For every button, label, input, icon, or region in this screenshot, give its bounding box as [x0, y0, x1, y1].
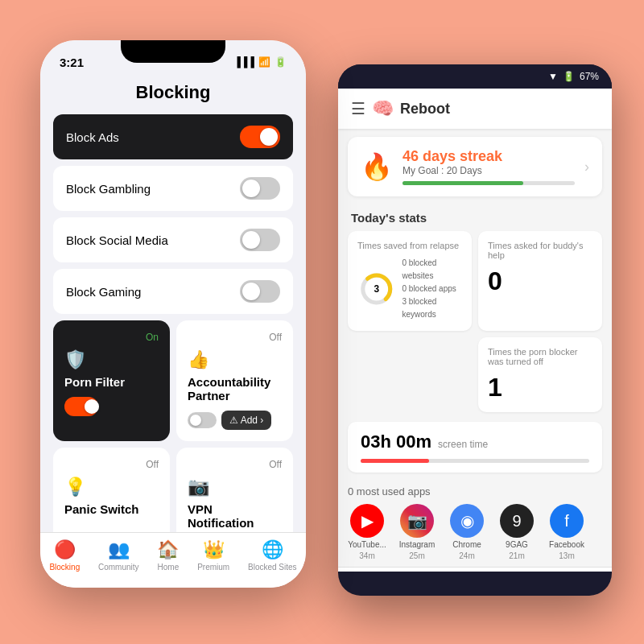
block-ads-label: Block Ads [66, 130, 119, 144]
nav-blocking[interactable]: 🔴 Blocking [49, 539, 80, 572]
flame-icon: 🔥 [361, 151, 393, 182]
accountability-title: Accountability Partner [188, 375, 282, 402]
streak-card[interactable]: 🔥 46 days streak My Goal : 20 Days › [348, 137, 602, 196]
panic-switch-icon: 💡 [64, 477, 159, 497]
blocking-nav-label: Blocking [49, 563, 80, 572]
apps-row: ▶ YouTube... 34m 📷 Instagram 25m ◉ Chrom… [348, 504, 602, 560]
youtube-icon: ▶ [350, 504, 384, 538]
wifi-icon: 📶 [258, 56, 270, 68]
facebook-time: 13m [559, 551, 574, 560]
app-youtube: ▶ YouTube... 34m [348, 504, 386, 560]
app-facebook: f Facebook 13m [547, 504, 586, 560]
block-ads-row[interactable]: Block Ads [53, 114, 293, 159]
block-gambling-toggle[interactable] [240, 177, 280, 200]
blocker-off-value: 1 [488, 373, 592, 402]
blocked-sites-nav-icon: 🌐 [262, 539, 283, 560]
screen-time-label: screen time [438, 439, 488, 450]
block-gambling-label: Block Gambling [66, 182, 151, 196]
add-partner-button[interactable]: ⚠ Add › [221, 411, 271, 430]
vpn-status: Off [188, 459, 282, 470]
ios-bottom-nav: 🔴 Blocking 👥 Community 🏠 Home 👑 Premium … [40, 532, 306, 588]
screen-time-bar [361, 459, 589, 463]
phone-left: 3:21 ▐▐▐ 📶 🔋 Blocking Block Ads [40, 40, 306, 588]
saved-label: Times saved from relapse [357, 241, 462, 250]
notch [121, 40, 225, 63]
block-social-toggle[interactable] [240, 229, 280, 251]
panic-switch-title: Panic Switch [64, 502, 159, 516]
android-bottom-nav: 🔒 BLOCKING ☰ BLOCKED LIST 🧠 👑 PREMIUM 👥 [338, 567, 612, 572]
accountability-partner-card[interactable]: Off 👍 Accountability Partner ⚠ Add › [176, 320, 293, 441]
feature-cards-grid: On 🛡️ Porn Filter Off 👍 Accountability P… [53, 320, 293, 441]
screen-time-section: 03h 00m screen time [348, 422, 602, 473]
streak-progress-bar [402, 181, 575, 185]
app-name: Reboot [400, 101, 450, 118]
donut-container: 3 0 blocked websites 0 blocked apps 3 bl… [357, 257, 462, 321]
android-wifi-icon: ▼ [548, 71, 558, 82]
stat-blocker-off: Times the porn blocker was turned off 1 [478, 337, 602, 412]
ios-time: 3:21 [60, 56, 84, 69]
donut-chart: 3 [357, 266, 396, 312]
instagram-icon: 📷 [400, 504, 434, 538]
blocking-nav-icon: 🔴 [54, 539, 76, 560]
block-gambling-row[interactable]: Block Gambling [53, 166, 293, 211]
block-social-label: Block Social Media [66, 233, 168, 247]
accountability-icon: 👍 [188, 349, 282, 370]
block-ads-toggle[interactable] [240, 126, 280, 148]
ios-page-title: Blocking [53, 82, 293, 103]
stat-buddy-help: Times asked for buddy's help 0 [478, 231, 602, 331]
svg-text:3: 3 [374, 283, 379, 295]
instagram-time: 25m [409, 551, 424, 560]
vpn-title: VPN Notification [188, 502, 282, 530]
vpn-icon: 📷 [188, 477, 282, 497]
instagram-name: Instagram [399, 540, 435, 549]
porn-filter-card[interactable]: On 🛡️ Porn Filter [53, 320, 170, 441]
stats-grid: Times saved from relapse 3 0 blocked web… [338, 228, 612, 415]
nav-blocked-sites[interactable]: 🌐 Blocked Sites [248, 539, 297, 572]
ios-status-icons: ▐▐▐ 📶 🔋 [233, 56, 287, 68]
nav-home[interactable]: 🏠 Home [157, 539, 179, 572]
porn-filter-status: On [64, 332, 159, 343]
battery-icon: 🔋 [275, 56, 287, 68]
premium-nav-icon: 👑 [203, 539, 225, 560]
buddy-label: Times asked for buddy's help [488, 241, 592, 260]
streak-arrow-icon: › [584, 159, 589, 175]
block-gaming-row[interactable]: Block Gaming [53, 269, 293, 314]
android-main-content: ☰ 🧠 Reboot 🔥 46 days streak My Goal : 20… [338, 89, 612, 572]
streak-goal: My Goal : 20 Days [402, 165, 575, 176]
youtube-time: 34m [359, 551, 374, 560]
android-battery-label: 67% [580, 71, 599, 82]
block-social-row[interactable]: Block Social Media [53, 217, 293, 262]
android-status-icons: ▼ 🔋 67% [548, 71, 599, 82]
screen-time-bar-fill [361, 459, 429, 463]
chrome-icon: ◉ [450, 504, 484, 538]
app-chrome: ◉ Chrome 24m [448, 504, 486, 560]
porn-filter-toggle[interactable] [64, 397, 98, 416]
apps-title: 0 most used apps [348, 485, 602, 497]
chrome-name: Chrome [452, 540, 481, 549]
block-gaming-toggle[interactable] [240, 280, 280, 303]
youtube-name: YouTube... [348, 540, 386, 549]
nav-premium[interactable]: 👑 Premium [197, 539, 229, 572]
community-nav-label: Community [98, 563, 139, 572]
accountability-toggle[interactable] [188, 412, 217, 428]
blocked-sites-nav-label: Blocked Sites [248, 563, 297, 572]
app-instagram: 📷 Instagram 25m [398, 504, 436, 560]
accountability-status: Off [188, 332, 282, 343]
home-nav-icon: 🏠 [157, 539, 179, 560]
ios-main-content: Blocking Block Ads Block Gambling [40, 76, 306, 549]
stat-saved-from-relapse: Times saved from relapse 3 0 blocked web… [348, 231, 472, 331]
buddy-value: 0 [488, 266, 592, 296]
nav-community[interactable]: 👥 Community [98, 539, 139, 572]
facebook-name: Facebook [549, 540, 584, 549]
scene: 3:21 ▐▐▐ 📶 🔋 Blocking Block Ads [16, 24, 628, 620]
stat-details: 0 blocked websites 0 blocked apps 3 bloc… [402, 257, 463, 321]
apps-section: 0 most used apps ▶ YouTube... 34m 📷 Inst… [338, 479, 612, 567]
home-nav-label: Home [158, 563, 180, 572]
hamburger-icon[interactable]: ☰ [351, 99, 365, 118]
porn-filter-title: Porn Filter [64, 375, 159, 389]
chrome-time: 24m [459, 551, 474, 560]
screen-time-value: 03h 00m [361, 431, 431, 452]
facebook-icon: f [550, 504, 584, 538]
panic-switch-status: Off [64, 459, 159, 470]
stats-section-title: Today's stats [338, 204, 612, 228]
